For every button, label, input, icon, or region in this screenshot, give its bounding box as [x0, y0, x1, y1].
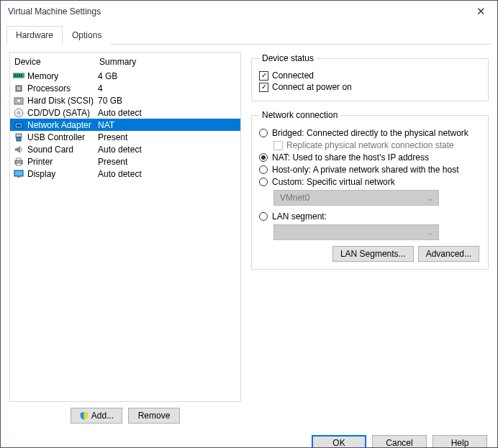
device-summary: 4 [98, 83, 237, 93]
hostonly-label: Host-only: A private network shared with… [272, 165, 458, 175]
svg-rect-2 [17, 74, 18, 77]
device-summary: Present [98, 157, 237, 167]
device-name: Hard Disk (SCSI) [27, 96, 98, 106]
device-summary: Auto detect [98, 169, 237, 179]
replicate-label: Replicate physical network connection st… [286, 140, 454, 150]
checkbox-icon: ✓ [259, 83, 268, 92]
checkbox-icon: ✓ [259, 71, 268, 81]
shield-icon [79, 411, 89, 421]
device-row-printer[interactable]: PrinterPresent [10, 155, 240, 168]
column-summary[interactable]: Summary [99, 57, 236, 67]
usb-icon [13, 132, 24, 143]
column-device[interactable]: Device [14, 57, 99, 67]
svg-rect-4 [21, 74, 22, 77]
titlebar: Virtual Machine Settings ✕ [1, 1, 497, 22]
add-label: Add... [91, 411, 114, 421]
custom-network-dropdown: VMnet0 ⌵ [273, 190, 439, 206]
custom-value: VMnet0 [280, 193, 309, 203]
tab-hardware[interactable]: Hardware [6, 26, 63, 45]
lan-segments-button[interactable]: LAN Segments... [332, 246, 414, 262]
device-name: Memory [27, 71, 98, 81]
advanced-button[interactable]: Advanced... [418, 246, 479, 262]
svg-rect-12 [17, 124, 21, 127]
svg-rect-6 [17, 87, 20, 90]
printer-icon [13, 156, 24, 168]
device-row-usb[interactable]: USB ControllerPresent [10, 131, 240, 143]
device-list: Device Summary Memory4 GBProcessors4Hard… [9, 52, 241, 402]
device-summary: 70 GB [98, 96, 237, 106]
tabs: Hardware Options [6, 25, 492, 45]
radio-hostonly[interactable]: Host-only: A private network shared with… [259, 165, 481, 175]
memory-icon [13, 70, 24, 82]
device-row-hdd[interactable]: Hard Disk (SCSI)70 GB [10, 94, 240, 106]
connect-poweron-label: Connect at power on [272, 82, 352, 92]
remove-button[interactable]: Remove [128, 408, 180, 424]
device-name: Network Adapter [27, 120, 98, 130]
svg-rect-16 [17, 158, 21, 160]
radio-icon [259, 129, 268, 137]
sound-icon [13, 144, 24, 155]
device-status-group: Device status ✓ Connected ✓ Connect at p… [251, 53, 489, 101]
window-title: Virtual Machine Settings [8, 6, 464, 17]
device-status-legend: Device status [259, 53, 317, 63]
nat-label: NAT: Used to share the host's IP address [272, 152, 429, 163]
add-button[interactable]: Add... [71, 408, 122, 424]
hdd-icon [13, 95, 24, 106]
device-summary: Auto detect [98, 108, 237, 118]
close-button[interactable]: ✕ [464, 1, 497, 22]
tab-options[interactable]: Options [63, 26, 111, 45]
device-name: USB Controller [27, 132, 98, 142]
device-summary: 4 GB [98, 71, 237, 81]
lan-segment-dropdown: ⌵ [273, 224, 439, 240]
svg-rect-14 [17, 137, 21, 141]
device-name: Sound Card [27, 145, 98, 155]
device-row-sound[interactable]: Sound CardAuto detect [10, 143, 240, 155]
svg-point-10 [18, 111, 20, 114]
network-connection-group: Network connection Bridged: Connected di… [251, 110, 489, 270]
device-summary: NAT [98, 120, 237, 130]
connect-poweron-checkbox[interactable]: ✓ Connect at power on [259, 82, 481, 92]
cpu-icon [13, 83, 24, 94]
device-row-net[interactable]: Network AdapterNAT [10, 119, 240, 131]
device-name: Printer [27, 157, 98, 167]
radio-icon [259, 165, 268, 174]
custom-label: Custom: Specific virtual network [272, 177, 395, 187]
radio-icon [259, 178, 268, 186]
network-legend: Network connection [259, 110, 340, 120]
svg-point-8 [17, 99, 21, 103]
net-icon [13, 119, 24, 131]
radio-bridged[interactable]: Bridged: Connected directly to the physi… [259, 128, 481, 138]
checkbox-icon [273, 141, 283, 150]
help-button[interactable]: Help [433, 435, 487, 448]
device-row-display[interactable]: DisplayAuto detect [10, 168, 240, 180]
device-row-cpu[interactable]: Processors4 [10, 82, 240, 94]
lan-label: LAN segment: [272, 211, 327, 221]
radio-icon [259, 212, 268, 221]
cancel-button[interactable]: Cancel [372, 435, 427, 448]
radio-lan[interactable]: LAN segment: [259, 211, 481, 221]
svg-rect-19 [17, 176, 20, 178]
svg-rect-17 [17, 163, 21, 165]
replicate-checkbox: Replicate physical network connection st… [273, 140, 481, 150]
svg-rect-3 [19, 74, 20, 77]
radio-custom[interactable]: Custom: Specific virtual network [259, 177, 481, 187]
connected-checkbox[interactable]: ✓ Connected [259, 70, 481, 81]
device-name: Processors [27, 83, 98, 93]
bridged-label: Bridged: Connected directly to the physi… [272, 128, 468, 138]
device-summary: Present [98, 132, 237, 142]
display-icon [13, 168, 24, 180]
device-row-cd[interactable]: CD/DVD (SATA)Auto detect [10, 106, 240, 119]
chevron-down-icon: ⌵ [428, 194, 433, 202]
connected-label: Connected [272, 70, 314, 81]
device-summary: Auto detect [98, 145, 237, 155]
radio-nat[interactable]: NAT: Used to share the host's IP address [259, 152, 481, 163]
svg-rect-1 [14, 74, 16, 77]
device-name: CD/DVD (SATA) [27, 108, 98, 118]
ok-button[interactable]: OK [312, 435, 366, 448]
device-name: Display [27, 169, 98, 179]
radio-icon [259, 153, 268, 162]
cd-icon [13, 107, 24, 119]
device-row-memory[interactable]: Memory4 GB [10, 70, 240, 82]
svg-rect-18 [14, 170, 23, 176]
svg-rect-13 [16, 134, 22, 137]
